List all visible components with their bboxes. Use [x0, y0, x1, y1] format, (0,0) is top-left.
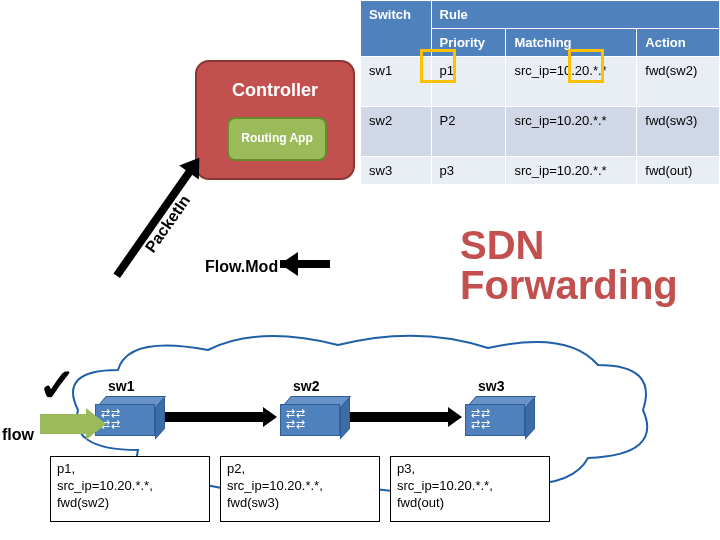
- flowmod-label: Flow.Mod: [205, 258, 278, 276]
- cell-priority: p3: [431, 157, 506, 185]
- rulebox-sw3: p3, src_ip=10.20.*.*, fwd(out): [390, 456, 550, 522]
- sdn-title: SDN Forwarding: [460, 225, 720, 305]
- flowmod-arrow-icon: [280, 252, 350, 276]
- col-switch: Switch: [361, 1, 432, 57]
- cell-matching: src_ip=10.20.*.*: [506, 157, 637, 185]
- cell-priority: p1: [431, 57, 506, 107]
- flow-label: flow: [2, 426, 34, 444]
- checkmark-icon: ✓: [38, 358, 77, 412]
- rulebox-sw2: p2, src_ip=10.20.*.*, fwd(sw3): [220, 456, 380, 522]
- flow-arrow-2-icon: [350, 412, 450, 422]
- switch-label-sw3: sw3: [478, 378, 504, 394]
- col-action: Action: [637, 29, 720, 57]
- cell-switch: sw3: [361, 157, 432, 185]
- cell-action: fwd(out): [637, 157, 720, 185]
- col-priority: Priority: [431, 29, 506, 57]
- table-row: sw3 p3 src_ip=10.20.*.* fwd(out): [361, 157, 720, 185]
- routing-app: Routing App: [227, 117, 327, 161]
- rulebox-sw1: p1, src_ip=10.20.*.*, fwd(sw2): [50, 456, 210, 522]
- col-matching: Matching: [506, 29, 637, 57]
- flow-arrow-1-icon: [165, 412, 265, 422]
- cell-switch: sw1: [361, 57, 432, 107]
- cell-matching: src_ip=10.20.*.*: [506, 57, 637, 107]
- switch-label-sw2: sw2: [293, 378, 319, 394]
- packetin-arrow-icon: [113, 167, 194, 278]
- cell-action: fwd(sw3): [637, 107, 720, 157]
- controller-label: Controller: [197, 80, 353, 101]
- cell-priority: P2: [431, 107, 506, 157]
- cell-switch: sw2: [361, 107, 432, 157]
- table-row: sw2 P2 src_ip=10.20.*.* fwd(sw3): [361, 107, 720, 157]
- cell-matching: src_ip=10.20.*.*: [506, 107, 637, 157]
- table-row: sw1 p1 src_ip=10.20.*.* fwd(sw2): [361, 57, 720, 107]
- flow-entry-arrow-icon: [40, 414, 88, 434]
- controller: Controller Routing App: [195, 60, 355, 180]
- switch-sw3-icon: ⇄ ⇄⇄ ⇄: [465, 396, 525, 436]
- switch-sw2-icon: ⇄ ⇄⇄ ⇄: [280, 396, 340, 436]
- switch-label-sw1: sw1: [108, 378, 134, 394]
- col-rule: Rule: [431, 1, 719, 29]
- rule-table: Switch Rule Priority Matching Action sw1…: [360, 0, 720, 185]
- cell-action: fwd(sw2): [637, 57, 720, 107]
